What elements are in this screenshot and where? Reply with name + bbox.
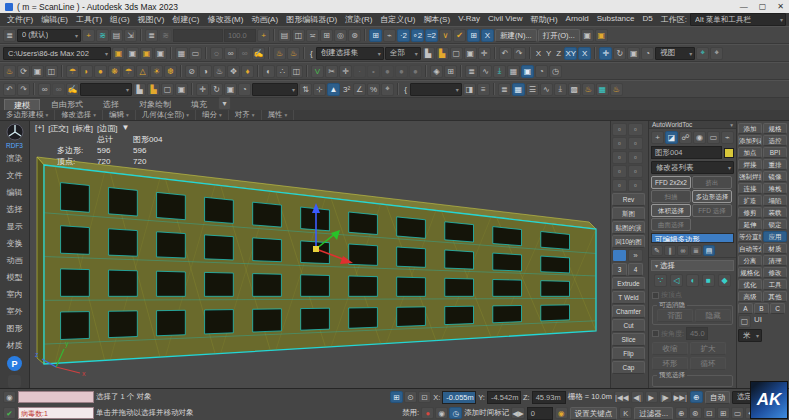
by-vertex-checkbox[interactable]	[652, 292, 659, 299]
snap-2d-icon[interactable]: ·2	[397, 29, 410, 42]
reorder-button[interactable]: 重排	[763, 159, 787, 170]
tab-modeling[interactable]: 建模	[4, 99, 40, 110]
scale-icon[interactable]: ▣	[224, 83, 237, 96]
bpi-button[interactable]: BPI	[763, 147, 787, 158]
play-button[interactable]: ▶	[645, 391, 658, 403]
bind-spacewarp-icon[interactable]: ✍	[252, 47, 265, 60]
layer-name-field[interactable]	[173, 29, 223, 42]
lock-button[interactable]: 锁定	[763, 219, 787, 230]
use-selection-center-icon[interactable]: ⌖	[710, 47, 723, 60]
sidebar-item[interactable]: 编辑	[7, 184, 23, 201]
vray-icon[interactable]: V	[311, 65, 324, 78]
crossing-select-icon[interactable]: ▣	[464, 47, 477, 60]
selection-region-icon[interactable]: ◌	[210, 47, 223, 60]
add-selection-to-layer-icon[interactable]: ▤	[110, 29, 123, 42]
selection-set-dropdown[interactable]: ▾	[80, 83, 132, 96]
select-and-link-icon[interactable]: ∞	[38, 83, 51, 96]
listener-field[interactable]: 病毒数:1	[18, 407, 94, 419]
new-button[interactable]: 新建(N)...	[495, 29, 537, 42]
sidebar-item[interactable]: 变换	[7, 235, 23, 252]
strip-rev-button[interactable]: Rev	[612, 193, 645, 206]
connect-button[interactable]: 连接	[738, 183, 762, 194]
paste-icon[interactable]: ◫	[292, 29, 305, 42]
half-sphere-icon[interactable]: ◗	[80, 65, 93, 78]
by-angle-checkbox[interactable]	[652, 330, 659, 337]
copy-icon[interactable]: ▤	[278, 29, 291, 42]
manipulate-icon[interactable]: ▲	[327, 83, 340, 96]
extrude-modifier-button[interactable]: 挤出	[692, 176, 732, 189]
ui-checkbox[interactable]: ▢	[738, 315, 751, 328]
make-unique-icon[interactable]: ∞	[677, 245, 689, 256]
close-button[interactable]: ✕	[777, 2, 784, 11]
redo-icon[interactable]: ↷	[17, 83, 30, 96]
menu-item[interactable]: 文件(F)	[3, 14, 37, 25]
force-weld-button[interactable]: 强制焊接	[738, 171, 762, 182]
rotate-icon[interactable]: ↻	[210, 83, 223, 96]
sphere-light-icon[interactable]: ●	[94, 65, 107, 78]
link-icon[interactable]: ∞	[224, 47, 237, 60]
stack-item-editable-poly[interactable]: 可编辑多边形	[652, 234, 733, 243]
undo-icon[interactable]: ↶	[499, 47, 512, 60]
polygon-subobject-icon[interactable]: ■	[702, 274, 715, 287]
menu-item[interactable]: D5	[639, 14, 657, 25]
scene-explorer-icon[interactable]: ≣	[465, 65, 478, 78]
menu-item[interactable]: 动画(A)	[247, 14, 282, 25]
time-clock-icon[interactable]: ◷	[449, 407, 462, 419]
tab-object-paint[interactable]: 对象绘制	[130, 99, 180, 110]
strip-tool-icon[interactable]: ▫	[628, 123, 643, 136]
viewport-label-item[interactable]: [标准]	[73, 123, 93, 134]
isolate-toggle-icon[interactable]: ⊞	[390, 391, 403, 403]
trim-button[interactable]: 修剪	[738, 207, 762, 218]
panel-align[interactable]: 对齐▾	[229, 110, 262, 120]
snap-toggle-icon[interactable]: ⊞	[467, 29, 480, 42]
ribbon-minimize-icon[interactable]: ▾	[218, 97, 231, 110]
border-subobject-icon[interactable]: ◖	[686, 274, 699, 287]
divide-line-button[interactable]: 等分直线	[738, 231, 762, 242]
isolate-selection-icon[interactable]: ◉	[3, 391, 16, 403]
strip-slice-button[interactable]: Slice	[612, 333, 645, 346]
display-toggle-icon[interactable]: ⊞	[444, 65, 457, 78]
add-point-button[interactable]: 加点	[738, 147, 762, 158]
viewport-label-item[interactable]: [正交]	[48, 123, 68, 134]
a-button[interactable]: A	[738, 303, 753, 314]
mirror-button[interactable]: 镜像	[763, 171, 787, 182]
falloff-dot3-icon[interactable]: ●	[381, 65, 394, 78]
select-object-icon[interactable]: ▙	[422, 47, 435, 60]
panel-edit[interactable]: 编辑▾	[103, 110, 136, 120]
percent-snap-icon[interactable]: %	[367, 83, 380, 96]
array-icon[interactable]: ⊞	[320, 29, 333, 42]
save-as-icon[interactable]: ▣	[126, 47, 139, 60]
show-end-result-icon[interactable]: ∥	[664, 245, 676, 256]
menu-item[interactable]: 自定义(U)	[376, 14, 419, 25]
grow-button[interactable]: 扩大	[690, 342, 726, 355]
material-button[interactable]: 材质	[763, 243, 787, 254]
instance-icon[interactable]: ⊛	[348, 29, 361, 42]
strip-back10-button[interactable]: 回10的图	[612, 235, 645, 248]
layer-filter-icon[interactable]: ≋	[159, 29, 172, 42]
redo-icon[interactable]: ↷	[513, 47, 526, 60]
configure-modifier-sets-icon[interactable]: ▤	[703, 245, 715, 256]
teapot-render-last-icon[interactable]: ♨	[287, 47, 300, 60]
panel-modify-selection[interactable]: 修改选择▾	[55, 110, 103, 120]
sidebar-dim-icon[interactable]	[8, 375, 21, 388]
strip-flip-button[interactable]: Flip	[612, 347, 645, 360]
unlink-icon[interactable]: ∞	[238, 47, 251, 60]
pin-stack-icon[interactable]: ✎	[651, 245, 663, 256]
active-layer-dropdown[interactable]: 0 (默认)▾	[17, 29, 81, 42]
menu-item[interactable]: 帮助(H)	[526, 14, 561, 25]
unlink-selection-icon[interactable]: ∞	[52, 83, 65, 96]
target-icon[interactable]: ◎	[334, 29, 347, 42]
mirror-icon[interactable]: ◨	[463, 83, 476, 96]
viewport-label-item[interactable]: [边面]	[97, 123, 117, 134]
frame-step-icon[interactable]: ◀▶	[511, 407, 525, 419]
ribbon-toggle-icon[interactable]: ☰	[526, 83, 539, 96]
scale-tool-icon[interactable]: ▣	[627, 47, 640, 60]
strip-target-weld-button[interactable]: T Weld	[612, 291, 645, 304]
falloff-dot1-icon[interactable]: ·	[353, 65, 366, 78]
snap-3d-icon[interactable]: =2	[425, 29, 438, 42]
strip-tool-icon[interactable]: ▫	[628, 137, 643, 150]
bind-icon[interactable]: ✍	[66, 83, 79, 96]
element-subobject-icon[interactable]: ◆	[718, 274, 731, 287]
spec-button[interactable]: 规格	[763, 123, 787, 134]
move-tool-icon[interactable]: ✛	[599, 47, 612, 60]
